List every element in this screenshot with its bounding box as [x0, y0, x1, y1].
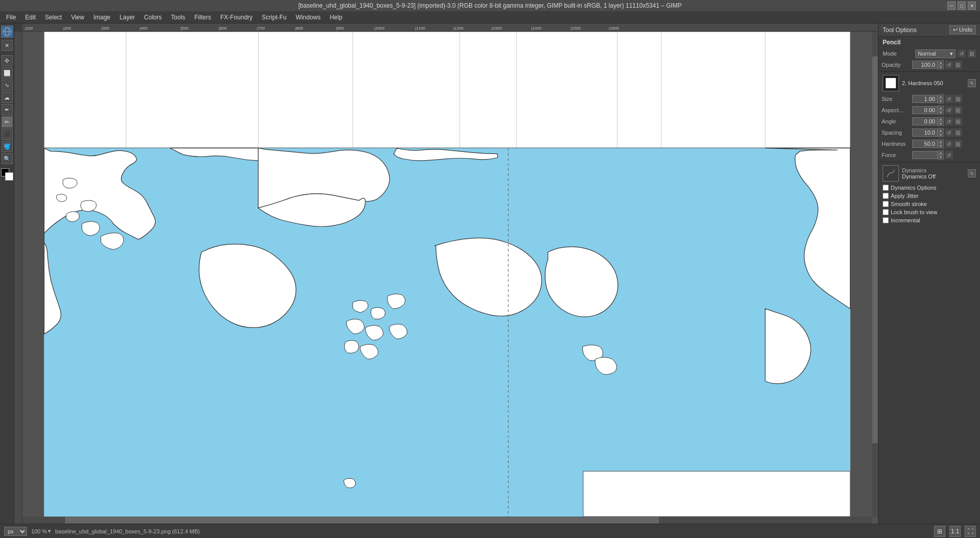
tool-move[interactable]: ✣	[2, 55, 13, 66]
angle-reset-button[interactable]: ↺	[945, 117, 953, 125]
menu-tools[interactable]: Tools	[167, 13, 189, 22]
opacity-decrement[interactable]: ▼	[938, 65, 944, 69]
angle-decrement[interactable]: ▼	[938, 121, 944, 126]
svg-text:|500: |500	[180, 26, 189, 31]
spacing-reset-button[interactable]: ↺	[945, 129, 953, 137]
menu-edit[interactable]: Edit	[21, 13, 40, 22]
dynamics-edit-button[interactable]: ✎	[968, 169, 976, 177]
aspect-decrement[interactable]: ▼	[938, 110, 944, 115]
fullscreen-button[interactable]: ⛶	[965, 526, 976, 537]
tool-rectangle-select[interactable]: ⬜	[2, 67, 13, 79]
menu-select[interactable]: Select	[41, 13, 66, 22]
spacing-input[interactable]	[912, 129, 938, 137]
size-decrement[interactable]: ▼	[938, 99, 944, 104]
zoom-1-1-button[interactable]: 1:1	[949, 526, 961, 537]
force-reset-button[interactable]: ↺	[945, 151, 953, 159]
horizontal-scrollbar[interactable]	[22, 517, 872, 524]
angle-chain-button[interactable]: ⛓	[954, 117, 962, 125]
angle-input[interactable]	[912, 117, 938, 125]
mode-select[interactable]: Normal ▾	[915, 49, 956, 58]
force-increment[interactable]: ▲	[938, 150, 944, 155]
fit-to-window-button[interactable]: ⊞	[934, 526, 945, 537]
horizontal-scroll-thumb[interactable]	[65, 517, 659, 524]
aspect-spinbox[interactable]: ▲ ▼	[912, 106, 944, 115]
opacity-reset-button[interactable]: ↺	[945, 61, 953, 69]
close-panel-button[interactable]: ✕	[2, 40, 13, 51]
minimize-button[interactable]: ─	[947, 2, 956, 10]
brush-edit-button[interactable]: ✎	[968, 79, 976, 87]
dynamics-options-checkbox[interactable]	[883, 185, 889, 191]
tool-eraser[interactable]: ⬛	[2, 129, 13, 140]
vertical-scrollbar[interactable]	[872, 32, 878, 517]
brush-preview[interactable]	[883, 75, 899, 91]
size-increment[interactable]: ▲	[938, 94, 944, 99]
menu-help[interactable]: Help	[326, 13, 347, 22]
svg-rect-4	[44, 32, 850, 148]
force-decrement[interactable]: ▼	[938, 155, 944, 160]
menu-view[interactable]: View	[67, 13, 88, 22]
mode-dropdown-icon: ▾	[950, 50, 953, 57]
window-controls[interactable]: ─ □ ✕	[947, 2, 976, 10]
close-button[interactable]: ✕	[968, 2, 976, 10]
aspect-increment[interactable]: ▲	[938, 106, 944, 110]
angle-increment[interactable]: ▲	[938, 117, 944, 121]
opacity-spinbox[interactable]: ▲ ▼	[912, 60, 944, 69]
maximize-button[interactable]: □	[958, 2, 966, 10]
tool-pencil[interactable]: ✏	[2, 116, 13, 127]
incremental-checkbox[interactable]	[883, 217, 889, 223]
spacing-chain-button[interactable]: ⛓	[954, 129, 962, 137]
size-reset-button[interactable]: ↺	[945, 95, 953, 103]
opacity-increment[interactable]: ▲	[938, 60, 944, 65]
mode-reset-button[interactable]: ↺	[958, 49, 966, 58]
aspect-input[interactable]	[912, 106, 938, 114]
gimp-logo	[1, 25, 13, 38]
lock-brush-label: Lock brush to view	[891, 209, 937, 215]
size-chain-button[interactable]: ⛓	[954, 95, 962, 103]
tool-paths[interactable]: ✒	[2, 104, 13, 115]
vertical-scroll-thumb[interactable]	[872, 56, 878, 444]
hardness-chain-button[interactable]: ⛓	[954, 140, 962, 148]
spacing-increment[interactable]: ▲	[938, 128, 944, 133]
tool-freehand[interactable]: ∿	[2, 80, 13, 91]
opacity-chain-button[interactable]: ⛓	[954, 61, 962, 69]
menu-script-fu[interactable]: Script-Fu	[257, 13, 291, 22]
aspect-label: Aspect...	[882, 107, 911, 113]
canvas-drawing-area[interactable]	[22, 32, 872, 517]
undo-button[interactable]: ↩ Undo	[949, 25, 976, 34]
lock-brush-checkbox[interactable]	[883, 209, 889, 215]
menu-colors[interactable]: Colors	[140, 13, 166, 22]
smooth-stroke-checkbox[interactable]	[883, 201, 889, 207]
hardness-reset-button[interactable]: ↺	[945, 140, 953, 148]
main-area: ✕ ✣ ⬜ ∿ ☁ ✒ ✏ ⬛ 🪣 🔍	[0, 23, 980, 524]
tool-fuzzy-select[interactable]: ☁	[2, 92, 13, 103]
opacity-input[interactable]	[912, 61, 938, 69]
menu-windows[interactable]: Windows	[292, 13, 325, 22]
tool-zoom[interactable]: 🔍	[2, 153, 13, 164]
spacing-decrement[interactable]: ▼	[938, 133, 944, 137]
hardness-spinbox[interactable]: ▲ ▼	[912, 139, 944, 148]
map-canvas[interactable]	[22, 32, 872, 517]
hardness-decrement[interactable]: ▼	[938, 144, 944, 148]
size-spinbox[interactable]: ▲ ▼	[912, 94, 944, 104]
size-input[interactable]	[912, 95, 938, 103]
mode-chain-button[interactable]: ⛓	[968, 49, 976, 58]
menu-layer[interactable]: Layer	[116, 13, 139, 22]
tool-fill[interactable]: 🪣	[2, 141, 13, 152]
foreground-color[interactable]	[1, 168, 13, 181]
apply-jitter-checkbox[interactable]	[883, 193, 889, 199]
hardness-input[interactable]	[912, 140, 938, 148]
menu-file[interactable]: File	[2, 13, 20, 22]
force-input[interactable]	[912, 151, 938, 159]
menu-filters[interactable]: Filters	[190, 13, 215, 22]
unit-select[interactable]: px mm cm in	[4, 527, 27, 536]
svg-text:|1200: |1200	[453, 26, 463, 31]
aspect-chain-button[interactable]: ⛓	[954, 106, 962, 114]
hardness-increment[interactable]: ▲	[938, 139, 944, 144]
menu-image[interactable]: Image	[89, 13, 114, 22]
vertical-ruler: 100 200 300 400 500 600 700 800 900	[14, 32, 22, 517]
spacing-spinbox[interactable]: ▲ ▼	[912, 128, 944, 137]
menu-fx-foundry[interactable]: FX-Foundry	[216, 13, 256, 22]
aspect-reset-button[interactable]: ↺	[945, 106, 953, 114]
force-spinbox[interactable]: ▲ ▼	[912, 150, 944, 160]
angle-spinbox[interactable]: ▲ ▼	[912, 117, 944, 126]
